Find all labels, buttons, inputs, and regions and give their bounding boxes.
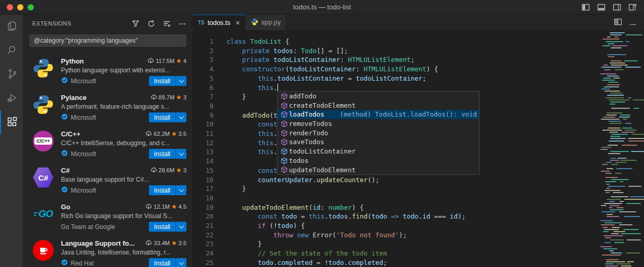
suggestion-renderTodo[interactable]: renderTodo	[277, 129, 479, 138]
line-number: 25	[193, 258, 213, 267]
suggestion-addTodo[interactable]: addTodo	[277, 92, 479, 101]
install-button-label[interactable]: Install	[149, 112, 175, 122]
install-button-label[interactable]: Install	[149, 222, 175, 232]
install-button[interactable]: Install	[149, 185, 186, 195]
install-dropdown-button[interactable]	[175, 76, 186, 86]
install-button-label[interactable]: Install	[149, 76, 175, 86]
toggle-primary-sidebar-icon[interactable]	[582, 3, 590, 11]
install-button[interactable]: Install	[149, 222, 186, 232]
line-number: 10	[193, 120, 213, 129]
activity-bar-search[interactable]	[0, 39, 23, 62]
install-button-label[interactable]: Install	[149, 149, 175, 159]
field-icon	[279, 157, 289, 165]
more-actions-icon[interactable]	[177, 18, 187, 29]
star-icon: ★	[171, 239, 177, 247]
download-count: 28.6M	[159, 167, 175, 173]
download-count-icon	[145, 203, 152, 210]
activity-bar-extensions[interactable]	[0, 110, 23, 134]
suggestion-todoListContainer[interactable]: todoListContainer	[277, 147, 479, 156]
suggestion-todos[interactable]: todos	[277, 156, 479, 166]
close-tab-icon[interactable]: ×	[236, 19, 240, 27]
rating-value: 3	[183, 167, 186, 173]
customize-layout-icon[interactable]	[628, 3, 637, 11]
extension-logo	[32, 239, 54, 261]
cpp-logo-icon: C/C++	[33, 131, 54, 151]
extension-item-c-c[interactable]: C/C++ C/C++ 62.2M ★ 3.5 C/C++ IntelliSen…	[23, 124, 193, 160]
explorer-icon	[6, 20, 18, 34]
install-button[interactable]: Install	[149, 258, 186, 267]
line-number: 6	[193, 83, 213, 93]
text-cursor	[277, 84, 279, 91]
extensions-search-box[interactable]	[29, 34, 186, 47]
install-button[interactable]: Install	[149, 112, 186, 122]
suggestion-removeTodos[interactable]: removeTodos	[277, 119, 479, 129]
extension-item-pylance[interactable]: Pylance 89.7M ★ 3 A performant, feature-…	[23, 87, 193, 124]
suggestion-label: updateTodoElement	[289, 166, 356, 175]
line-number: 11	[193, 129, 213, 138]
extension-logo	[32, 57, 54, 79]
tab-app-py[interactable]: app.py	[246, 15, 287, 30]
extensions-search-input[interactable]	[30, 37, 186, 44]
suggestion-label: loadTodos	[289, 110, 324, 119]
split-editor-icon[interactable]	[614, 18, 622, 28]
extension-name: C#	[61, 167, 70, 174]
install-button-label[interactable]: Install	[149, 258, 175, 267]
extension-name: Go	[61, 203, 70, 211]
install-dropdown-button[interactable]	[175, 185, 186, 195]
install-dropdown-button[interactable]	[175, 112, 186, 122]
install-dropdown-button[interactable]	[175, 258, 186, 267]
install-button-label[interactable]: Install	[149, 185, 175, 195]
line-number: 16	[193, 175, 213, 185]
install-dropdown-button[interactable]	[175, 222, 186, 232]
filter-icon[interactable]	[130, 18, 141, 29]
code-editor[interactable]: 1 class TodoList { 2 private todos: Todo…	[193, 30, 644, 267]
activity-bar-explorer[interactable]	[0, 15, 23, 39]
code-line: 16 counterUpdater.updateCounter();	[193, 175, 644, 185]
suggestion-createTodoElement[interactable]: createTodoElement	[277, 101, 479, 110]
extension-item-language-support-fo[interactable]: Language Support fo... 33.4M ★ 3.5 Java …	[23, 233, 193, 267]
download-count: 12.1M	[154, 204, 170, 210]
suggestion-label: createTodoElement	[289, 101, 356, 110]
more-editor-actions-icon[interactable]: …	[629, 19, 637, 27]
install-button[interactable]: Install	[149, 149, 186, 159]
download-count: 117.5M	[156, 58, 174, 64]
tab-label: todos.ts	[208, 19, 231, 27]
extension-item-go[interactable]: GO Go 12.1M ★ 4.5 Rich Go language suppo…	[23, 197, 193, 233]
toggle-secondary-sidebar-icon[interactable]	[613, 3, 621, 11]
minimap[interactable]	[598, 30, 644, 267]
method-icon	[279, 101, 289, 110]
suggestion-saveTodos[interactable]: saveTodos	[277, 137, 479, 147]
verified-publisher-icon	[61, 186, 68, 195]
install-button[interactable]: Install	[149, 76, 186, 86]
code-line: 24 // Set the state of the todo item	[193, 249, 644, 258]
refresh-icon[interactable]	[146, 18, 156, 29]
extension-item-python[interactable]: Python 117.5M ★ 4 Python language suppor…	[23, 51, 193, 87]
star-icon: ★	[171, 130, 177, 137]
extension-logo: C#	[32, 167, 54, 188]
clear-search-results-icon[interactable]	[161, 18, 172, 29]
download-count: 89.7M	[159, 94, 175, 100]
method-icon	[279, 138, 289, 146]
suggestion-updateTodoElement[interactable]: updateTodoElement	[277, 166, 479, 175]
toggle-panel-icon[interactable]	[597, 3, 605, 11]
extension-item-c[interactable]: C# C# 28.6M ★ 3 Base language support fo…	[23, 160, 193, 197]
line-number: 2	[193, 46, 213, 56]
activity-bar-source-control[interactable]	[0, 62, 23, 86]
tab-todos-ts[interactable]: TS todos.ts ×	[193, 15, 246, 30]
suggestion-label: renderTodo	[289, 129, 328, 138]
publisher-name: Go Team at Google	[61, 223, 115, 231]
method-icon	[279, 92, 289, 100]
extension-description: Rich Go language support for Visual S...	[61, 212, 186, 220]
python-file-icon	[251, 18, 258, 27]
suggestion-label: addTodo	[289, 92, 317, 101]
activity-bar	[0, 15, 23, 267]
line-number: 9	[193, 111, 213, 120]
search-icon	[6, 44, 18, 58]
run-debug-icon	[6, 92, 18, 106]
extensions-icon	[6, 116, 18, 130]
download-count: 33.4M	[154, 240, 170, 246]
activity-bar-run-debug[interactable]	[0, 86, 23, 110]
install-dropdown-button[interactable]	[175, 149, 186, 159]
suggestion-loadTodos[interactable]: loadTodos (method) TodoList.loadTodos():…	[277, 110, 479, 119]
vscode-window: todos.ts — todo-list EXTENSIONS	[0, 0, 644, 267]
